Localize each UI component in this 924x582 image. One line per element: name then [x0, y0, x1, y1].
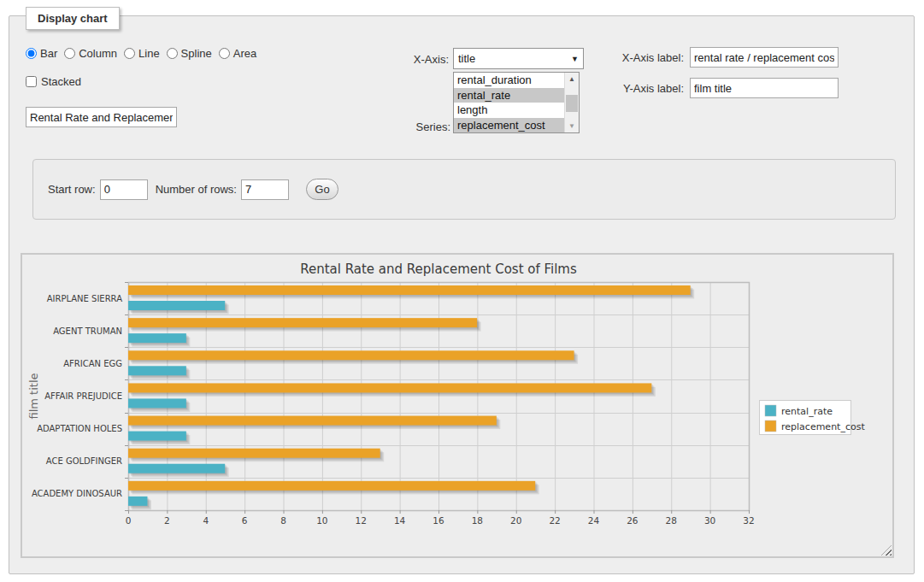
scroll-down-icon[interactable]: ▼ [565, 120, 579, 132]
series-option[interactable]: length [454, 103, 564, 118]
chart-type-radio-spline[interactable] [167, 48, 178, 59]
svg-text:AFRICAN EGG: AFRICAN EGG [63, 359, 122, 368]
svg-text:10: 10 [316, 515, 327, 526]
bar-replacement_cost [128, 350, 574, 360]
chart-type-radio-bar[interactable] [26, 48, 37, 59]
chart-type-radio-column[interactable] [64, 48, 75, 59]
x-axis-title: rental rate / replacement cost [352, 556, 525, 556]
bar-chart: Rental Rate and Replacement Cost of Film… [22, 255, 892, 556]
chart-type-radio-group: Bar Column Line Spline Area [26, 47, 263, 60]
listbox-scrollbar[interactable]: ▲ ▼ [564, 73, 579, 132]
svg-text:AGENT TRUMAN: AGENT TRUMAN [53, 326, 122, 336]
x-axis-label-input[interactable] [690, 47, 839, 68]
chart-type-option-spline[interactable]: Spline [167, 47, 212, 60]
svg-text:replacement_cost: replacement_cost [781, 421, 865, 432]
chart-type-label-spline: Spline [181, 47, 212, 60]
chart-type-label-line: Line [138, 47, 160, 60]
bar-rental_rate [128, 333, 186, 343]
y-axis-label-input[interactable] [690, 78, 839, 98]
fieldset-legend: Display chart [26, 7, 120, 30]
dropdown-arrow-icon: ▼ [571, 55, 579, 63]
bar-replacement_cost [128, 285, 691, 295]
stacked-checkbox[interactable] [26, 76, 37, 87]
svg-text:2: 2 [164, 515, 170, 526]
svg-text:20: 20 [510, 515, 521, 526]
chart-type-option-area[interactable]: Area [219, 47, 256, 60]
svg-text:14: 14 [394, 515, 406, 526]
chart-type-radio-area[interactable] [219, 48, 230, 59]
svg-text:22: 22 [549, 515, 560, 526]
stacked-label: Stacked [41, 75, 81, 88]
y-axis-title: film title [27, 373, 40, 419]
bar-rental_rate [128, 432, 186, 441]
chart-type-label-bar: Bar [40, 47, 57, 60]
series-option[interactable]: replacement_cost [454, 118, 564, 133]
y-axis: AIRPLANE SIERRAAGENT TRUMANAFRICAN EGGAF… [32, 283, 128, 511]
chart-container: Rental Rate and Replacement Cost of Film… [21, 253, 894, 558]
bar-rental_rate [128, 398, 186, 408]
y-axis-label-field-label: Y-Axis label: [594, 82, 684, 95]
x-axis-field-label: X-Axis: [376, 53, 449, 66]
bar-rental_rate [128, 464, 225, 473]
bar-rental_rate [128, 497, 147, 506]
chart-type-option-bar[interactable]: Bar [26, 47, 57, 60]
svg-text:ACADEMY DINOSAUR: ACADEMY DINOSAUR [32, 489, 122, 498]
bar-replacement_cost [128, 383, 651, 392]
svg-text:rental_rate: rental_rate [781, 406, 833, 417]
svg-text:AIRPLANE SIERRA: AIRPLANE SIERRA [47, 294, 122, 303]
start-row-label: Start row: [48, 183, 96, 196]
svg-text:16: 16 [433, 515, 444, 526]
svg-text:30: 30 [704, 515, 715, 526]
chart-type-label-column: Column [79, 47, 117, 60]
bar-replacement_cost [128, 481, 535, 491]
svg-text:4: 4 [203, 515, 209, 526]
chart-type-radio-line[interactable] [124, 48, 135, 59]
chart-title-input[interactable] [26, 107, 177, 127]
series-option[interactable]: rental_rate [454, 88, 564, 103]
num-rows-label: Number of rows: [156, 183, 237, 196]
svg-text:32: 32 [743, 515, 754, 526]
x-axis: 02468101214161820222426283032 [126, 510, 755, 526]
chart-title: Rental Rate and Replacement Cost of Film… [300, 262, 577, 277]
svg-text:26: 26 [627, 515, 639, 526]
bar-replacement_cost [128, 449, 380, 458]
svg-text:8: 8 [280, 515, 286, 526]
chart-type-option-column[interactable]: Column [64, 47, 117, 60]
svg-text:28: 28 [666, 515, 677, 526]
row-range-panel: Start row: Number of rows: Go [32, 159, 896, 220]
bar-rental_rate [128, 366, 186, 375]
svg-text:12: 12 [356, 515, 367, 526]
svg-text:AFFAIR PREJUDICE: AFFAIR PREJUDICE [44, 391, 122, 401]
bar-replacement_cost [128, 318, 477, 327]
svg-text:24: 24 [588, 515, 600, 526]
chart-type-option-line[interactable]: Line [124, 47, 160, 60]
svg-text:6: 6 [242, 515, 248, 526]
go-button[interactable]: Go [306, 179, 338, 200]
chart-legend: rental_ratereplacement_cost [760, 401, 866, 435]
series-option[interactable]: rental_duration [454, 73, 564, 88]
scroll-up-icon[interactable]: ▲ [565, 73, 579, 85]
bars [128, 285, 694, 509]
bar-rental_rate [128, 301, 225, 310]
series-options: rental_duration rental_rate length repla… [454, 73, 564, 132]
svg-text:0: 0 [126, 515, 132, 526]
stacked-option[interactable]: Stacked [26, 75, 81, 88]
svg-text:18: 18 [472, 515, 483, 526]
x-axis-label-field-label: X-Axis label: [594, 51, 684, 64]
svg-text:ADAPTATION HOLES: ADAPTATION HOLES [37, 424, 122, 433]
x-axis-selected-value: title [458, 52, 571, 65]
series-field-label: Series: [376, 121, 450, 133]
svg-text:ACE GOLDFINGER: ACE GOLDFINGER [46, 456, 122, 466]
scrollbar-thumb[interactable] [566, 95, 578, 112]
series-listbox[interactable]: rental_duration rental_rate length repla… [453, 72, 580, 133]
start-row-input[interactable] [100, 179, 148, 200]
x-axis-select[interactable]: title ▼ [453, 48, 584, 69]
bar-replacement_cost [128, 416, 497, 426]
chart-type-label-area: Area [233, 47, 256, 60]
page: Display chart Bar Column Line Spline Are… [0, 0, 924, 582]
num-rows-input[interactable] [241, 179, 289, 200]
